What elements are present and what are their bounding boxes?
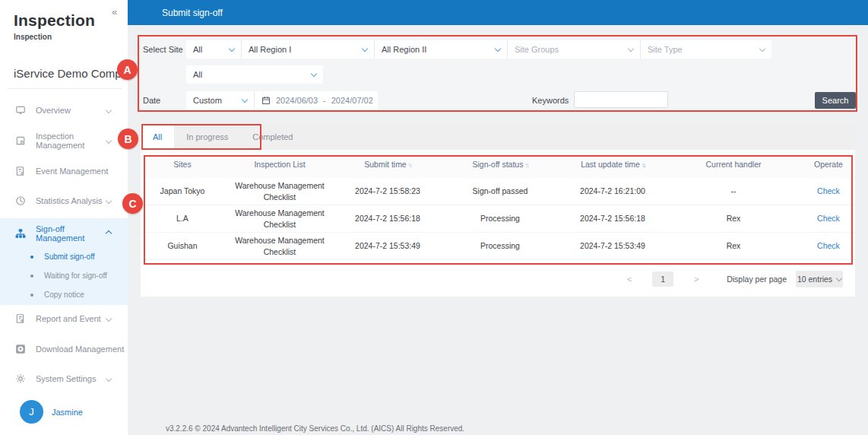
sidebar-item-inspection-management[interactable]: Inspection Management (0, 125, 128, 156)
chevron-down-icon (106, 376, 112, 382)
bullet-icon (30, 256, 33, 259)
inspection-management-icon (15, 135, 26, 146)
cell-status: Processing (440, 213, 560, 224)
chevron-down-icon (106, 198, 112, 204)
site-sub-value: All (193, 70, 202, 79)
pagination: < 1 > Display per page 10 entries (141, 262, 855, 297)
page-header: Submit sign-off (128, 0, 868, 25)
table-header: Sites Inspection List Submit time↑↓ Sign… (141, 150, 855, 178)
bullet-icon (30, 294, 33, 297)
prev-page-button[interactable]: < (620, 271, 638, 287)
sidebar-item-label: System Settings (36, 374, 106, 383)
sidebar-subitem-label: Waiting for sign-off (44, 271, 107, 280)
date-mode-value: Custom (193, 96, 222, 105)
col-sign-off-status[interactable]: Sign-off status↑↓ (440, 160, 560, 169)
sidebar-subitem-waiting-for-sign-off[interactable]: Waiting for sign-off (0, 266, 128, 285)
download-management-icon (15, 344, 26, 354)
cell-last-update: 2024-7-2 15:56:18 (560, 213, 665, 224)
sidebar-collapse-icon[interactable]: « (112, 6, 117, 17)
sidebar-item-label: Event Management (36, 167, 128, 176)
site-type-select[interactable]: Site Type (641, 40, 771, 59)
date-separator: - (323, 96, 326, 105)
date-to-value: 2024/07/02 (331, 96, 373, 105)
site-type-placeholder: Site Type (648, 45, 683, 54)
sidebar-item-signoff-management[interactable]: Sign-off Management (0, 218, 128, 249)
site-select-value: All (193, 45, 202, 54)
cell-submit-time: 2024-7-2 15:58:23 (335, 186, 440, 196)
col-operate: Operate (802, 160, 855, 169)
cell-status: Processing (440, 240, 560, 251)
site-sub-select[interactable]: All (186, 65, 323, 84)
signoff-management-icon (15, 228, 26, 239)
event-management-icon (15, 166, 26, 176)
sort-icon[interactable]: ↑↓ (524, 162, 527, 169)
statistics-analysis-icon (15, 195, 26, 206)
cell-status: Sign-off passed (440, 186, 560, 196)
status-tabs: All In progress Completed (141, 124, 855, 150)
table-row: Japan Tokyo Warehouse Management Checkli… (141, 178, 855, 205)
cell-handler: Rex (665, 240, 802, 251)
cell-inspection-list: Warehouse Management Checklist (224, 180, 335, 202)
date-from-value: 2024/06/03 (276, 96, 318, 105)
chevron-down-icon (836, 275, 842, 281)
chevron-up-icon (106, 230, 112, 237)
check-link[interactable]: Check (802, 213, 855, 224)
select-site-label: Select Site (143, 45, 183, 54)
date-mode-select[interactable]: Custom (186, 91, 255, 110)
check-link[interactable]: Check (802, 186, 855, 196)
date-filter-bar: Custom 2024/06/03 - 2024/07/02 (186, 91, 378, 110)
col-sites: Sites (141, 160, 224, 169)
tab-all[interactable]: All (141, 124, 174, 150)
sidebar-subitem-submit-sign-off[interactable]: Submit sign-off (0, 247, 128, 266)
filter-panel: Select Site All All Region I All Region … (141, 34, 855, 112)
system-settings-icon (15, 373, 26, 384)
calendar-icon (261, 96, 271, 105)
tab-in-progress[interactable]: In progress (174, 124, 240, 150)
sort-icon[interactable]: ↑↓ (408, 162, 411, 169)
site-groups-select[interactable]: Site Groups (508, 40, 641, 59)
keywords-input[interactable] (574, 91, 668, 108)
company-selector[interactable]: iService Demo Comp (14, 67, 120, 80)
tab-completed[interactable]: Completed (240, 124, 305, 150)
search-button[interactable]: Search (815, 92, 856, 109)
results-panel: All In progress Completed Sites Inspecti… (141, 124, 855, 297)
chevron-down-icon (628, 45, 634, 51)
site-select[interactable]: All (186, 40, 242, 59)
cell-site: L.A (141, 213, 224, 224)
sidebar-item-overview[interactable]: Overview (0, 95, 128, 125)
chevron-down-icon (495, 45, 501, 51)
region1-value: All Region I (249, 45, 291, 54)
date-range-picker[interactable]: 2024/06/03 - 2024/07/02 (255, 91, 378, 110)
bullet-icon (30, 275, 33, 278)
entries-per-page-select[interactable]: 10 entries (796, 271, 843, 287)
sidebar-item-event-management[interactable]: Event Management (0, 156, 128, 186)
chevron-down-icon (242, 96, 248, 102)
table-row: L.A Warehouse Management Checklist 2024-… (141, 205, 855, 233)
sidebar-subitem-label: Submit sign-off (44, 252, 95, 261)
next-page-button[interactable]: > (687, 271, 705, 287)
page-title: Submit sign-off (162, 8, 223, 18)
keywords-label: Keywords (532, 96, 569, 105)
check-link[interactable]: Check (802, 240, 855, 251)
region1-select[interactable]: All Region I (242, 40, 375, 59)
page-number[interactable]: 1 (652, 271, 673, 287)
sidebar-item-download-management[interactable]: Download Management (0, 334, 128, 364)
cell-handler: -- (665, 186, 802, 196)
overview-icon (15, 105, 26, 116)
sidebar-item-system-settings[interactable]: System Settings (0, 364, 128, 394)
entries-value: 10 entries (797, 275, 832, 284)
col-submit-time[interactable]: Submit time↑↓ (335, 160, 440, 169)
col-last-update-time[interactable]: Last update time↑↓ (560, 160, 665, 169)
chevron-down-icon (123, 71, 129, 77)
user-avatar[interactable]: J (20, 400, 43, 424)
chevron-down-icon (311, 70, 317, 76)
col-current-handler: Current handler (665, 160, 802, 169)
region2-select[interactable]: All Region II (375, 40, 508, 59)
sidebar-item-report-and-event[interactable]: Report and Event (0, 303, 128, 334)
sidebar-item-statistics-analysis[interactable]: Statistics Analysis (0, 186, 128, 216)
cell-inspection-list: Warehouse Management Checklist (224, 235, 335, 256)
sidebar-subitem-copy-notice[interactable]: Copy notice (0, 285, 128, 304)
sort-icon[interactable]: ↑↓ (641, 162, 645, 169)
chevron-down-icon (759, 45, 765, 51)
cell-last-update: 2024-7-2 16:21:00 (560, 186, 665, 196)
